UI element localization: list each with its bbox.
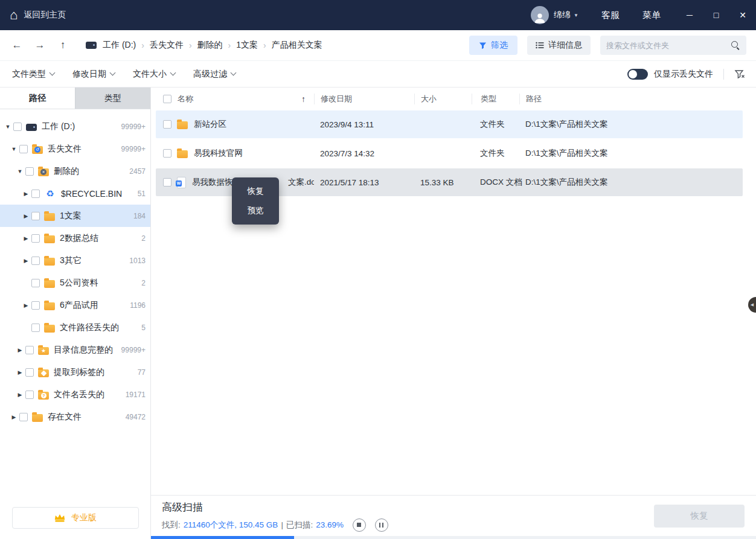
context-menu-item[interactable]: 恢复 <box>232 182 279 201</box>
expander-right-icon[interactable]: ▶ <box>22 235 30 241</box>
checkbox[interactable] <box>25 391 34 399</box>
tree-item[interactable]: 5公司资料2 <box>0 272 150 294</box>
vertical-divider <box>723 69 724 80</box>
checkbox[interactable] <box>163 120 171 129</box>
username[interactable]: 绵绵 <box>554 10 571 21</box>
tab-type[interactable]: 类型 <box>75 88 150 109</box>
checkbox[interactable] <box>31 234 40 243</box>
filter-dropdown[interactable]: 修改日期 <box>72 69 115 80</box>
filter-dropdown[interactable]: 文件大小 <box>133 69 175 80</box>
search-icon[interactable] <box>731 40 740 50</box>
avatar[interactable] <box>531 6 549 24</box>
expander-right-icon[interactable]: ▶ <box>16 392 24 398</box>
chevron-down-icon <box>50 70 56 76</box>
sort-ascending-icon[interactable]: ↑ <box>301 94 306 104</box>
forward-button[interactable]: → <box>33 39 47 51</box>
select-all-checkbox[interactable] <box>163 95 171 103</box>
tree-item[interactable]: ▼工作 (D:)99999+ <box>0 115 150 138</box>
tree-item[interactable]: ▶6产品试用1196 <box>0 294 150 316</box>
checkbox[interactable] <box>13 123 22 131</box>
upgrade-button[interactable]: 专业版 <box>12 507 139 529</box>
tree-item[interactable]: ▶1文案184 <box>0 205 150 227</box>
tree-item[interactable]: ▶提取到标签的77 <box>0 361 150 383</box>
upgrade-button-label: 专业版 <box>71 512 97 523</box>
maximize-button[interactable]: □ <box>703 0 729 30</box>
tree-item[interactable]: 文件路径丢失的5 <box>0 316 150 339</box>
tab-path[interactable]: 路径 <box>0 88 75 109</box>
breadcrumb-item[interactable]: 删除的 <box>197 40 223 51</box>
expander-right-icon[interactable]: ▶ <box>16 369 24 375</box>
breadcrumb-item[interactable]: 1文案 <box>236 40 258 51</box>
user-dropdown-icon[interactable]: ▼ <box>574 13 578 18</box>
file-name: 易我科技官网 <box>194 148 243 159</box>
checkbox[interactable] <box>25 368 34 377</box>
checkbox[interactable] <box>19 145 28 153</box>
tree-item[interactable]: ▶文件名丢失的19171 <box>0 383 150 406</box>
tree-item-label: 存在文件 <box>48 412 122 423</box>
stop-button[interactable] <box>353 518 366 532</box>
stop-icon <box>357 523 361 527</box>
tree-item[interactable]: ▶♻$RECYCLE.BIN51 <box>0 182 150 205</box>
checkbox[interactable] <box>31 257 40 265</box>
expander-right-icon[interactable]: ▶ <box>16 347 24 353</box>
context-menu-item[interactable]: 预览 <box>232 201 279 220</box>
search-input[interactable] <box>606 41 731 50</box>
reset-filter-icon[interactable] <box>734 69 745 79</box>
file-row[interactable]: 新站分区2023/9/4 13:11文件夹D:\1文案\产品相关文案 <box>156 110 743 138</box>
checkbox[interactable] <box>31 190 40 198</box>
tree-item[interactable]: ▶2数据总结2 <box>0 227 150 249</box>
breadcrumb-item[interactable]: 丢失文件 <box>150 40 184 51</box>
pause-button[interactable] <box>375 518 388 532</box>
lost-files-toggle-label: 仅显示丢失文件 <box>654 69 713 80</box>
expander-right-icon[interactable]: ▶ <box>22 302 30 308</box>
menu-link[interactable]: 菜单 <box>642 10 661 21</box>
checkbox[interactable] <box>31 212 40 220</box>
column-path[interactable]: 路径 <box>519 94 756 104</box>
tree-item[interactable]: ▼删除的2457 <box>0 160 150 182</box>
tree-item[interactable]: ▶3其它1013 <box>0 249 150 272</box>
expander-right-icon[interactable]: ▶ <box>22 213 30 219</box>
folder-icon <box>177 150 188 158</box>
checkbox[interactable] <box>163 178 171 187</box>
file-date: 2023/9/4 13:11 <box>314 120 414 129</box>
checkbox[interactable] <box>19 413 28 421</box>
tree-item[interactable]: ▼丢失文件99999+ <box>0 138 150 160</box>
close-button[interactable]: ✕ <box>729 0 756 30</box>
back-to-home-link[interactable]: 返回到主页 <box>24 10 66 21</box>
minimize-button[interactable]: ─ <box>676 0 703 30</box>
file-row[interactable]: 易我科技官网2023/7/3 14:32文件夹D:\1文案\产品相关文案 <box>156 139 743 167</box>
recover-button[interactable]: 恢复 <box>654 505 745 528</box>
breadcrumb-item[interactable]: 产品相关文案 <box>272 40 322 51</box>
tree-item[interactable]: ▶目录信息完整的99999+ <box>0 339 150 361</box>
tree-item-count: 2 <box>141 279 146 287</box>
filter-dropdown[interactable]: 文件类型 <box>12 69 54 80</box>
column-date[interactable]: 修改日期 <box>314 94 414 104</box>
filter-button[interactable]: 筛选 <box>469 36 517 55</box>
expander-right-icon[interactable]: ▶ <box>10 414 18 420</box>
breadcrumb-item[interactable]: 工作 (D:) <box>103 40 136 51</box>
checkbox[interactable] <box>31 301 40 310</box>
checkbox[interactable] <box>31 324 40 332</box>
back-button[interactable]: ← <box>10 39 24 51</box>
up-button[interactable]: ↑ <box>56 39 70 51</box>
filter-dropdown[interactable]: 高级过滤 <box>193 69 235 80</box>
expander-down-icon[interactable]: ▼ <box>10 146 18 152</box>
column-name[interactable]: 名称 <box>178 94 193 104</box>
lost-files-toggle[interactable] <box>627 69 648 80</box>
expander-down-icon[interactable]: ▼ <box>16 168 24 174</box>
details-button[interactable]: 详细信息 <box>527 36 591 55</box>
navigation-bar: ← → ↑ 工作 (D:)›丢失文件›删除的›1文案›产品相关文案 筛选 详细信… <box>0 30 756 60</box>
home-icon[interactable]: ⌂ <box>10 8 18 22</box>
column-type[interactable]: 类型 <box>472 94 519 104</box>
checkbox[interactable] <box>25 346 34 354</box>
expander-down-icon[interactable]: ▼ <box>4 124 12 130</box>
support-link[interactable]: 客服 <box>601 10 620 21</box>
expander-right-icon[interactable]: ▶ <box>22 191 30 197</box>
checkbox[interactable] <box>31 279 40 287</box>
checkbox[interactable] <box>25 167 34 176</box>
expander-right-icon[interactable]: ▶ <box>22 258 30 264</box>
tree-item[interactable]: ▶存在文件49472 <box>0 406 150 428</box>
context-menu: 恢复预览 <box>232 177 279 225</box>
column-size[interactable]: 大小 <box>414 94 472 104</box>
checkbox[interactable] <box>163 149 171 158</box>
